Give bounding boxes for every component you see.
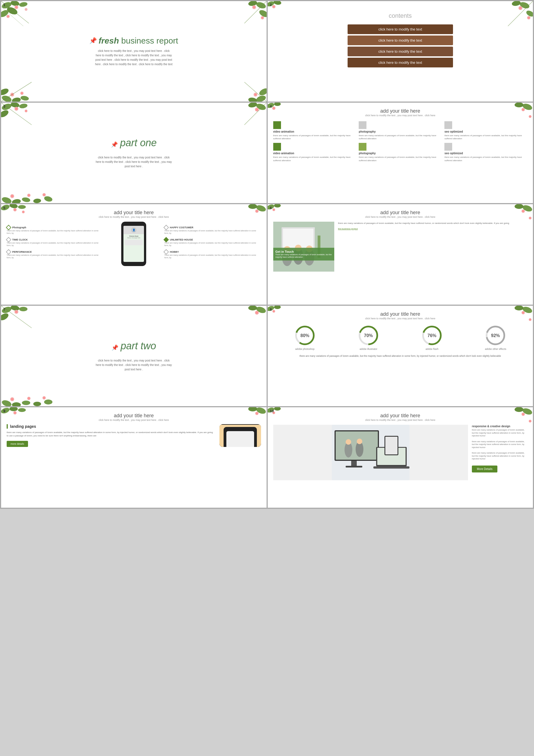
svg-point-121	[248, 306, 257, 310]
more-details-button[interactable]: more details	[7, 441, 28, 447]
feature-icon-5	[359, 143, 366, 151]
menu-bar-2[interactable]: click here to modify the text	[348, 36, 453, 45]
svg-point-79	[274, 103, 281, 106]
slide-number-5: 5	[3, 206, 5, 210]
svg-point-142	[274, 306, 281, 309]
slide-6: 6 add your title here click here to modi…	[268, 204, 533, 305]
left-feature-desc-1: There are many variations of passages of…	[7, 230, 103, 234]
slide-8-header: add your title here click here to modify…	[273, 311, 528, 320]
slide-6-layout: Get in Touch There are many variations o…	[273, 222, 528, 272]
slide-6-header: add your title here click here to modify…	[273, 210, 528, 218]
svg-point-90	[248, 204, 257, 209]
circle-label-4: adobe other effects	[484, 348, 507, 350]
slide-4-subtitle: click here to modify the text , you may …	[273, 114, 528, 117]
people-image	[273, 222, 334, 272]
svg-point-140	[529, 319, 531, 320]
left-feature-name-2: TIME CLOCK	[12, 238, 28, 241]
left-feature-name-3: PERFORMANCE	[12, 251, 32, 253]
svg-text:92%: 92%	[491, 333, 500, 338]
feature-icon-1	[273, 121, 281, 129]
phone-screen-9: 📊 道符	[227, 431, 254, 447]
feature-title-2: photography	[359, 130, 441, 133]
right-feature-item-3: there are many variations of passages of…	[472, 452, 527, 461]
feature-title-1: video animation	[273, 130, 356, 133]
right-feature-desc-3: There are many variations of passages of…	[164, 254, 261, 259]
svg-point-13	[248, 1, 257, 7]
phone-screen: 👤 Victoria Grant Status message here	[123, 226, 144, 262]
devices-image	[273, 425, 468, 480]
left-feature-desc-3: There are many variations of passages of…	[7, 254, 103, 259]
circle-svg-1: 80%	[294, 324, 316, 346]
slide-4-title: add your title here	[273, 108, 528, 114]
slide-4: 4 add your title here click here to modi…	[268, 103, 533, 203]
feature-4: video animation there are many variation…	[273, 143, 356, 162]
slide-8-subtitle: click here to modify the text , you may …	[273, 317, 528, 320]
svg-rect-188	[373, 466, 410, 469]
right-features: HAPPY COSTUMER There are many variations…	[164, 226, 261, 262]
menu-bar-3[interactable]: click here to modify the text	[348, 47, 453, 56]
svg-point-167	[515, 407, 523, 412]
landing-text: landing pages there are many variations …	[7, 424, 215, 447]
svg-text:70%: 70%	[364, 333, 373, 338]
feature-text-1: there are many variations of passages of…	[273, 134, 356, 140]
svg-point-73	[515, 103, 523, 107]
phone-mockup: 👤 Victoria Grant Status message here	[106, 222, 162, 266]
slide-8-title: add your title here	[273, 311, 528, 317]
svg-point-64	[33, 198, 41, 203]
circles-row: 80% adobe photoshop 70% adobe illustrato…	[273, 324, 528, 350]
slide-5-subtitle: click here to modify the text , you may …	[7, 216, 261, 218]
slide-grid: 1	[0, 0, 534, 509]
circle-3: 76% adobe flash	[421, 324, 443, 350]
circle-svg-4: 92%	[484, 324, 507, 346]
svg-point-127	[33, 402, 41, 406]
slide-1-content: 📌 fresh business report click here to mo…	[7, 7, 261, 96]
svg-point-18	[261, 17, 263, 19]
more-details-button-10[interactable]: More Details	[472, 466, 497, 472]
feature-1: video animation there are many variation…	[273, 121, 356, 140]
svg-point-97	[529, 217, 531, 219]
devices-svg	[332, 425, 410, 480]
feature-title-4: video animation	[273, 152, 356, 155]
people-svg	[273, 222, 334, 272]
slide-8-bottom-text: there are many variations of passages of…	[273, 354, 528, 358]
svg-rect-184	[351, 461, 357, 466]
feature-6: seo optimized there are many variations …	[444, 143, 527, 162]
svg-point-21	[12, 97, 21, 101]
right-feature-name-2: UNLIMITED HOUSE	[170, 238, 193, 241]
svg-point-126	[22, 401, 30, 405]
right-feature-text-1: there are many variations of passages of…	[472, 429, 527, 438]
slide-5-title: add your title here	[7, 210, 261, 216]
right-feature-text-2: there are many variations of passages of…	[472, 440, 527, 449]
landing-layout: landing pages there are many variations …	[7, 424, 261, 447]
svg-point-83	[9, 204, 18, 209]
slide-5-layout: Photograph There are many variations of …	[7, 222, 261, 266]
landing-title: landing pages	[7, 424, 215, 429]
slide-7-content: 📌 part two click here to modify the text…	[7, 311, 261, 401]
circle-label-2: adobe illustrator	[357, 348, 380, 350]
svg-point-94	[515, 204, 523, 209]
svg-point-114	[10, 306, 20, 311]
feature-icon-4	[273, 143, 281, 151]
menu-bar-1[interactable]: click here to modify the text	[348, 24, 453, 34]
slide-4-features: video animation there are many variation…	[273, 121, 528, 162]
right-feature-desc-1: There are many variations of passages of…	[164, 230, 261, 234]
part-one-title: part one	[120, 137, 157, 149]
slide-2: 2 contents click here to mo	[268, 1, 533, 101]
svg-point-48	[10, 103, 20, 108]
slide-number-1: 1	[3, 3, 5, 7]
slide-number-6: 6	[270, 206, 272, 210]
right-feature-name-3: HOBBY	[170, 251, 179, 253]
part-one-subtitle: click here to modify the text , you may …	[95, 155, 173, 169]
svg-point-1	[10, 1, 20, 7]
landing-body: there are many variations of passages of…	[7, 431, 215, 438]
slide-2-content: contents click here to modify the text c…	[273, 7, 528, 68]
slide-1: 1	[1, 1, 267, 101]
business-link[interactable]: the business project	[338, 227, 528, 230]
right-feature-text-3: there are many variations of passages of…	[472, 452, 527, 461]
slide-9-subtitle: click here to modify the text , you may …	[7, 418, 261, 421]
slide-3: 3	[1, 103, 267, 203]
svg-point-171	[529, 420, 531, 422]
slide-3-content: 📌 part one click here to modify the text…	[7, 108, 261, 198]
svg-point-170	[529, 420, 531, 422]
menu-bar-4[interactable]: click here to modify the text	[348, 58, 453, 68]
